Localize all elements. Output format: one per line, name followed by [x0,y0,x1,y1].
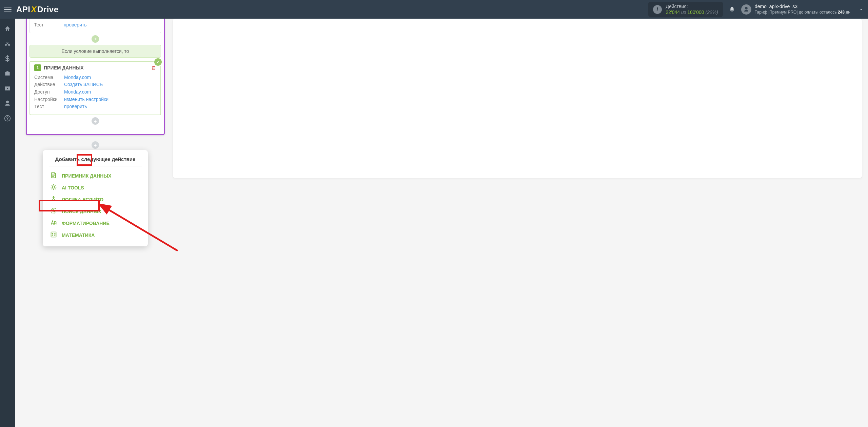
detail-panel [173,19,862,178]
info-icon: i [653,5,662,14]
sidebar-briefcase[interactable] [0,67,15,80]
user-sub-days: 243 [838,10,845,15]
actions-total: 100'000 [687,9,704,15]
kv-value-link[interactable]: проверить [64,21,87,29]
popup-title: Добавить следующее действие [49,156,142,166]
check-icon: ✓ [154,58,162,66]
sidebar-home[interactable] [0,22,15,36]
search-icon [50,207,57,215]
add-step-inline-button-2[interactable]: + [92,117,99,125]
kv-row: Тестпроверить [34,103,156,110]
brand-x: X [31,5,37,14]
actions-of: из [681,9,686,15]
logic-icon [50,196,57,203]
card-title: ПРИЕМ ДАННЫХ [44,65,84,70]
ai-icon [50,184,57,191]
actions-label: Действия: [666,4,718,9]
popup-item-label: ПОИСК ДАННЫХ [62,209,101,214]
user-lines: demo_apix-drive_s3 Тариф |Премиум PRO| д… [755,4,850,15]
add-action-popup: Добавить следующее действие ПРИЕМНИК ДАН… [43,150,148,246]
kv-row: Тест проверить [34,21,157,29]
user-name: demo_apix-drive_s3 [755,4,850,10]
user-menu[interactable]: demo_apix-drive_s3 Тариф |Премиум PRO| д… [741,4,864,15]
card-number: 1 [34,64,41,71]
kv-value-link[interactable]: изменить настройки [64,96,108,103]
popup-item-label: ЛОГИКА ЕСЛИ/ТО [62,197,103,202]
kv-row: Настройкиизменить настройки [34,96,156,103]
kv-value-link[interactable]: проверить [64,103,87,110]
add-step-inline-button[interactable]: + [92,35,99,43]
sidebar-video[interactable] [0,82,15,95]
svg-rect-4 [51,232,56,237]
user-sub-prefix: Тариф |Премиум PRO| до оплаты осталось [755,10,838,15]
popup-item-ai[interactable]: AI TOOLS [49,182,142,194]
kv-key: Настройки [34,96,64,103]
receiver-icon [50,172,57,180]
avatar-icon [741,4,751,15]
kv-key: Доступ [34,88,64,96]
menu-toggle-button[interactable] [4,7,12,12]
popup-item-search[interactable]: ПОИСК ДАННЫХ [49,205,142,217]
math-icon [50,231,57,239]
actions-values: 22'044 из 100'000 (22%) [666,9,718,15]
kv-row: ДействиеСоздать ЗАПИСЬ [34,81,156,88]
sidebar-billing[interactable] [0,52,15,65]
user-sub: Тариф |Премиум PRO| до оплаты осталось 2… [755,10,850,15]
sidebar-connections[interactable] [0,37,15,50]
popup-item-math[interactable]: МАТЕМАТИКА [49,229,142,241]
actions-pct: (22%) [705,9,718,15]
sidebar [0,19,15,427]
kv-key: Тест [34,103,64,110]
content-area: Тест проверить + Если условие выполняетс… [15,19,868,427]
actions-counter[interactable]: i Действия: 22'044 из 100'000 (22%) [648,2,723,17]
sidebar-help[interactable] [0,111,15,125]
format-icon [50,219,57,227]
popup-item-receiver[interactable]: ПРИЕМНИК ДАННЫХ [49,170,142,182]
brand-drive: Drive [37,5,59,14]
brand-api: API [16,5,31,14]
sidebar-account[interactable] [0,97,15,110]
flow-column: Тест проверить + Если условие выполняетс… [26,19,165,246]
kv-key: Действие [34,81,64,88]
condition-banner: Если условие выполняется, то [29,45,161,58]
kv-key: Система [34,74,64,81]
user-sub-suffix: дн [845,10,850,15]
page-body: Тест проверить + Если условие выполняетс… [0,19,868,427]
kv-row: ДоступMonday.com [34,88,156,96]
popup-item-logic[interactable]: ЛОГИКА ЕСЛИ/ТО [49,194,142,205]
step-card-receiver: ✓ 1 ПРИЕМ ДАННЫХ СистемаMonday.comДейств… [29,61,161,115]
chevron-down-icon [859,7,864,12]
actions-used: 22'044 [666,9,680,15]
step-card-top: Тест проверить [29,19,161,33]
card-header: 1 ПРИЕМ ДАННЫХ [34,64,156,71]
brand-logo[interactable]: API X Drive [16,5,59,14]
kv-value-link[interactable]: Monday.com [64,88,91,96]
popup-item-label: МАТЕМАТИКА [62,232,95,238]
topbar-left: API X Drive [4,5,59,14]
popup-item-format[interactable]: ФОРМАТИРОВАНИЕ [49,217,142,229]
kv-value-link[interactable]: Monday.com [64,74,91,81]
svg-point-1 [53,186,55,188]
kv-value-link[interactable]: Создать ЗАПИСЬ [64,81,103,88]
svg-point-3 [53,210,54,211]
top-bar: API X Drive i Действия: 22'044 из 100'00… [0,0,868,19]
popup-item-label: ПРИЕМНИК ДАННЫХ [62,173,111,179]
card-rows: СистемаMonday.comДействиеСоздать ЗАПИСЬД… [34,74,156,110]
popup-items: ПРИЕМНИК ДАННЫХAI TOOLSЛОГИКА ЕСЛИ/ТОПОИ… [49,170,142,241]
flow-wrap: Тест проверить + Если условие выполняетс… [26,19,165,135]
notifications-icon[interactable] [729,6,735,13]
popup-item-label: AI TOOLS [62,185,84,190]
kv-row: СистемаMonday.com [34,74,156,81]
popup-item-label: ФОРМАТИРОВАНИЕ [62,221,110,226]
add-action-button[interactable]: + [92,141,99,149]
delete-icon[interactable] [151,65,156,70]
kv-key: Тест [34,21,64,29]
topbar-right: i Действия: 22'044 из 100'000 (22%) demo… [648,2,864,17]
